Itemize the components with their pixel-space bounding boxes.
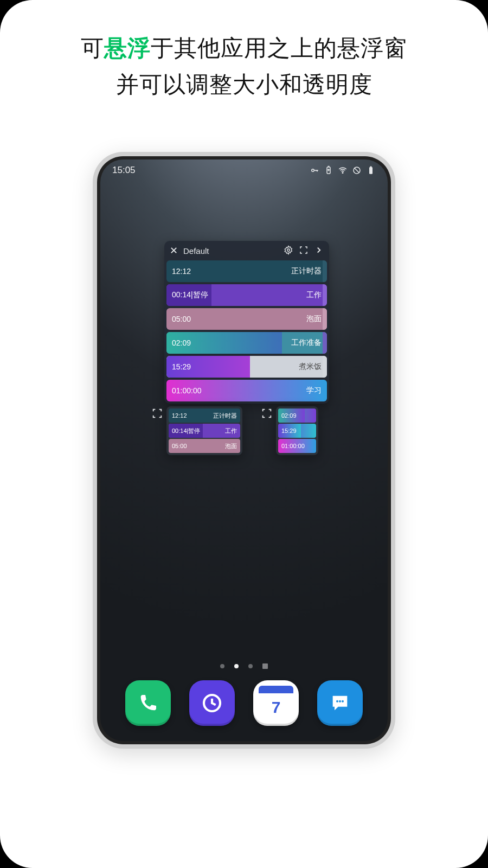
timer-label: 泡面 bbox=[306, 314, 322, 324]
timer-label: 正计时器 bbox=[213, 412, 237, 420]
timer-time: 15:29 bbox=[281, 427, 297, 434]
settings-icon[interactable] bbox=[284, 245, 293, 257]
timer-row[interactable]: 01:00:00 bbox=[278, 439, 316, 453]
phone-screen: 15:05 ✕ Default bbox=[100, 159, 388, 741]
timer-row[interactable]: 05:00泡面 bbox=[169, 439, 240, 453]
svg-point-10 bbox=[342, 700, 344, 703]
scan-icon[interactable] bbox=[151, 407, 163, 419]
status-bar: 15:05 bbox=[100, 159, 388, 181]
vpn-key-icon bbox=[310, 165, 319, 175]
battery-saver-icon bbox=[324, 165, 333, 175]
mini-floating-window-a[interactable]: 12:12正计时器00:14|暂停工作05:00泡面 bbox=[166, 406, 242, 455]
wifi-icon bbox=[338, 165, 348, 175]
timer-label: 正计时器 bbox=[291, 266, 322, 276]
timer-row[interactable]: 15:29煮米饭 bbox=[166, 356, 327, 378]
calendar-day: 7 bbox=[272, 698, 281, 717]
svg-rect-5 bbox=[370, 167, 372, 168]
dnd-icon bbox=[352, 165, 362, 175]
page-dot[interactable] bbox=[248, 664, 253, 668]
phone-frame: 15:05 ✕ Default bbox=[93, 152, 395, 749]
app-calendar[interactable]: 7 bbox=[253, 680, 299, 726]
timer-row[interactable]: 12:12正计时器 bbox=[169, 409, 240, 423]
timer-row[interactable]: 02:09工作准备 bbox=[166, 332, 327, 354]
timer-label: 学习 bbox=[306, 386, 322, 395]
timer-label: 工作 bbox=[306, 290, 322, 300]
close-icon[interactable]: ✕ bbox=[170, 246, 178, 256]
fullscreen-icon[interactable] bbox=[299, 245, 309, 257]
timer-row[interactable]: 15:29 bbox=[278, 424, 316, 438]
svg-point-0 bbox=[312, 169, 314, 172]
page-dot-active[interactable] bbox=[234, 664, 239, 668]
line2: 并可以调整大小和透明度 bbox=[0, 66, 488, 103]
timer-time: 05:00 bbox=[172, 315, 191, 323]
svg-point-9 bbox=[339, 700, 341, 703]
timer-time: 15:29 bbox=[172, 362, 191, 371]
timer-time: 05:00 bbox=[172, 443, 187, 449]
timer-time: 12:12 bbox=[172, 412, 187, 419]
chevron-right-icon[interactable] bbox=[314, 245, 324, 257]
promo-headline: 可悬浮于其他应用之上的悬浮窗 并可以调整大小和透明度 bbox=[0, 0, 488, 103]
mini-floating-window-b[interactable]: 02:0915:2901:00:00 bbox=[276, 406, 318, 455]
timer-row[interactable]: 00:14|暂停工作 bbox=[166, 284, 327, 306]
page-indicator[interactable] bbox=[100, 664, 388, 669]
timer-time: 00:14|暂停 bbox=[172, 290, 208, 300]
line1-post: 于其他应用之上的悬浮窗 bbox=[151, 35, 407, 61]
timer-row[interactable]: 00:14|暂停工作 bbox=[169, 424, 240, 438]
status-time: 15:05 bbox=[112, 165, 136, 176]
scan-icon[interactable] bbox=[261, 407, 273, 419]
status-icons bbox=[310, 165, 376, 175]
timer-time: 12:12 bbox=[172, 267, 191, 276]
timer-label: 泡面 bbox=[225, 442, 237, 450]
line1-accent: 悬浮 bbox=[104, 35, 151, 61]
battery-icon bbox=[366, 165, 376, 175]
timer-row[interactable]: 01:00:00学习 bbox=[166, 380, 327, 401]
timer-list: 12:12正计时器00:14|暂停工作05:00泡面02:09工作准备15:29… bbox=[164, 260, 329, 401]
window-title: Default bbox=[183, 246, 278, 256]
timer-time: 02:09 bbox=[172, 339, 191, 347]
timer-label: 煮米饭 bbox=[299, 362, 322, 372]
app-messages[interactable] bbox=[317, 680, 363, 726]
timer-row[interactable]: 05:00泡面 bbox=[166, 308, 327, 330]
timer-label: 工作准备 bbox=[291, 338, 322, 348]
app-phone[interactable] bbox=[125, 680, 171, 726]
svg-point-6 bbox=[287, 248, 290, 251]
svg-point-2 bbox=[342, 173, 343, 174]
timer-time: 01:00:00 bbox=[281, 443, 305, 449]
timer-row[interactable]: 12:12正计时器 bbox=[166, 260, 327, 282]
floating-window[interactable]: ✕ Default 12:12正计时器00:14|暂停工作05:00泡面02:0… bbox=[164, 241, 329, 404]
page-dot[interactable] bbox=[220, 664, 224, 668]
timer-time: 00:14|暂停 bbox=[172, 427, 200, 435]
page-dot-home[interactable] bbox=[262, 663, 268, 669]
app-clock[interactable] bbox=[189, 680, 235, 726]
timer-time: 02:09 bbox=[281, 412, 297, 419]
svg-point-8 bbox=[336, 700, 338, 703]
floating-window-header[interactable]: ✕ Default bbox=[164, 241, 329, 260]
line1-pre: 可 bbox=[81, 35, 104, 61]
timer-time: 01:00:00 bbox=[172, 386, 202, 395]
timer-row[interactable]: 02:09 bbox=[278, 409, 316, 423]
dock: 7 bbox=[100, 680, 388, 726]
svg-rect-4 bbox=[369, 167, 373, 174]
timer-label: 工作 bbox=[225, 427, 237, 435]
